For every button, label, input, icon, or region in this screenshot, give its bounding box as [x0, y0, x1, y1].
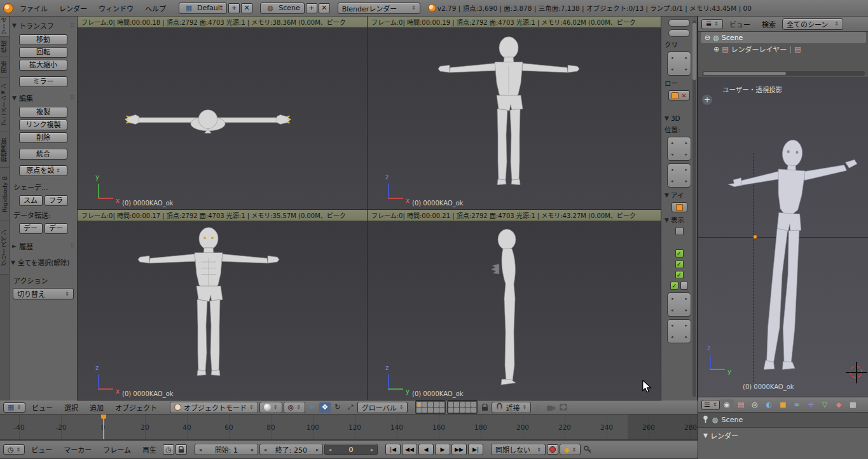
display-panel-header[interactable]: ▼表示 — [663, 215, 684, 224]
world-tab-icon[interactable]: ◐ — [762, 399, 776, 411]
pin-icon[interactable] — [702, 415, 709, 425]
data-transfer-button-2[interactable]: デー — [45, 223, 68, 234]
sync-mode-selector[interactable]: 同期しない⇕ — [491, 444, 546, 455]
collapse-minus-icon[interactable]: ⊖ — [705, 34, 710, 42]
snap-element-icon[interactable]: ◇ — [532, 402, 544, 413]
add-layout-button[interactable]: + — [228, 3, 240, 13]
end-frame-field[interactable]: ◂終了: 250▸ — [259, 444, 323, 455]
outliner-filter-selector[interactable]: 全てのシーン⇕ — [782, 18, 843, 30]
timeline-ruler[interactable]: -40 -20 0 20 40 60 80 100 120 140 160 18… — [0, 414, 698, 440]
expand-plus-icon[interactable]: ⊕ — [713, 45, 719, 53]
display-checkbox[interactable]: ✓ — [675, 227, 684, 235]
display-checkbox[interactable]: ✓ — [670, 282, 679, 290]
viewport-front-canvas[interactable]: z x (0) 0000KAO_ok — [78, 221, 367, 400]
model-perspective-view[interactable] — [707, 123, 865, 397]
next-keyframe-button[interactable]: ▶▶ — [451, 444, 467, 455]
menu-playback[interactable]: 再生 — [137, 443, 162, 456]
editor-type-selector[interactable]: ☰ ⇕ — [701, 400, 720, 410]
tab-relations[interactable]: 関係 — [0, 57, 9, 78]
object-data-tab-icon[interactable]: ▽ — [818, 399, 832, 411]
lock-time-icon[interactable] — [176, 444, 187, 455]
delete-button[interactable]: 削除 — [19, 132, 67, 143]
start-frame-field[interactable]: ◂開始: 1▸ — [195, 444, 258, 455]
menu-view[interactable]: ビュー — [724, 18, 755, 31]
render-tab-icon[interactable]: ◉ — [720, 399, 734, 411]
orientation-selector[interactable]: グローバル ⇕ — [357, 402, 408, 413]
duplicate-button[interactable]: 複製 — [19, 107, 67, 118]
current-frame-field[interactable]: ◂0▸ — [324, 444, 378, 455]
tab-animation[interactable]: アニメーション — [0, 78, 9, 132]
location-stepper-cluster[interactable]: ◂▸◂▸ — [667, 137, 691, 161]
region-expand-icon[interactable]: + — [702, 95, 712, 105]
location-stepper-cluster[interactable]: ◂▸◂▸ — [667, 163, 691, 188]
viewport-top-canvas[interactable]: y x (0) 0000KAO_ok — [78, 28, 367, 209]
horizontal-scrollbar[interactable] — [702, 71, 865, 76]
keying-set-selector[interactable]: ◆ ⇕ — [560, 444, 581, 455]
display-extra-toggle[interactable] — [680, 282, 688, 290]
vertical-scrollbar[interactable] — [692, 20, 696, 397]
panel-header-edit[interactable]: ▼ 編集⠿ — [10, 91, 77, 105]
model-side-view[interactable] — [480, 224, 531, 388]
set-origin-dropdown[interactable]: 原点を設⇕ — [19, 165, 67, 176]
play-button[interactable]: ▶ — [435, 444, 450, 455]
scene-tab-icon[interactable]: ◎ — [748, 399, 762, 411]
viewport-perspective[interactable]: ユーザー・透視投影 + — [698, 78, 868, 397]
render-engine-selector[interactable]: Blenderレンダー ⇕ — [338, 3, 420, 14]
clear-icon[interactable]: ✕ — [681, 92, 686, 99]
record-button[interactable] — [547, 444, 558, 455]
scale-manipulator-icon[interactable]: ⤢ — [345, 402, 356, 413]
snap-selector[interactable]: 近接 ⇕ — [492, 402, 531, 413]
menu-view[interactable]: ビュー — [26, 443, 57, 456]
menu-help[interactable]: ヘルプ — [140, 2, 171, 15]
panel-header-history[interactable]: ► 履歴⠿ — [10, 239, 77, 253]
tab-tools[interactable]: ツール — [0, 17, 9, 37]
outliner-row-render-layers[interactable]: ⊕ ▤ レンダーレイヤー | ▤ — [698, 43, 868, 55]
object-tab-icon[interactable]: ■ — [776, 399, 790, 411]
editor-type-selector[interactable]: ≣ ⇕ — [701, 19, 723, 29]
layer-grid-1[interactable] — [415, 401, 446, 414]
menu-add[interactable]: 追加 — [85, 401, 109, 414]
display-stepper-cluster[interactable]: ◂▸◂▸ — [667, 292, 691, 317]
tab-rigidbody[interactable]: Rigidbody B — [0, 168, 9, 221]
model-back-view[interactable] — [432, 32, 585, 198]
display-checkbox[interactable]: ✓ — [675, 249, 684, 257]
viewport-back-canvas[interactable]: z x (0) 0000KAO_ok — [368, 28, 661, 209]
action-toggle-dropdown[interactable]: 切り替え⇕ — [13, 288, 74, 299]
outliner-row-scene[interactable]: ⊖ ◍ Scene — [701, 32, 866, 43]
blender-logo-icon[interactable] — [3, 3, 13, 13]
tab-physics[interactable]: 物理演算 — [0, 132, 9, 168]
tab-create[interactable]: 作成 — [0, 37, 9, 57]
render-opengl-icon[interactable] — [545, 402, 556, 413]
menu-render[interactable]: レンダー — [54, 2, 92, 15]
panel-header-render[interactable]: ▼ レンダー — [698, 428, 868, 443]
preview-range-clock-icon[interactable]: ◷ — [163, 444, 174, 455]
mirror-button[interactable]: ミラー — [19, 76, 67, 87]
translate-manipulator-icon[interactable]: ✥ — [319, 402, 331, 413]
item-panel-header[interactable]: ▼アイ — [663, 190, 684, 200]
linked-duplicate-button[interactable]: リンク複製 — [19, 120, 67, 130]
cursor3d-panel-header[interactable]: ▼3D — [663, 114, 680, 122]
material-tab-icon[interactable]: ◆ — [832, 399, 846, 411]
join-button[interactable]: 統合 — [19, 149, 67, 160]
collapsed-slider[interactable] — [668, 19, 690, 27]
render-layers-tab-icon[interactable]: ▤ — [734, 399, 748, 411]
scale-button[interactable]: 拡大縮小 — [19, 60, 67, 71]
insert-key-icon[interactable] — [582, 444, 593, 455]
shade-smooth-button[interactable]: スム — [19, 195, 43, 206]
display-checkbox[interactable]: ✓ — [675, 271, 684, 279]
layer-grid-2[interactable] — [447, 401, 478, 414]
model-top-view[interactable] — [113, 99, 303, 144]
collapsed-slider[interactable] — [668, 29, 690, 37]
rotate-manipulator-icon[interactable]: ↻ — [332, 402, 343, 413]
modifiers-tab-icon[interactable]: ✛ — [804, 399, 818, 411]
lock-icon[interactable] — [479, 402, 490, 413]
delete-layout-button[interactable]: ✕ — [241, 3, 252, 13]
render-layers-icon[interactable]: ▤ — [794, 45, 801, 53]
manipulator-toggle-icon[interactable]: ✛ — [307, 402, 318, 413]
delete-scene-button[interactable]: ✕ — [319, 3, 330, 13]
play-reverse-button[interactable]: ◀ — [418, 444, 434, 455]
texture-tab-icon[interactable]: ▩ — [846, 399, 860, 411]
screen-layout-selector[interactable]: ▦ Default — [179, 3, 227, 14]
panel-header-select-all[interactable]: ▼ 全てを選択(解除) — [10, 256, 77, 269]
display-checkbox[interactable]: ✓ — [675, 260, 684, 268]
